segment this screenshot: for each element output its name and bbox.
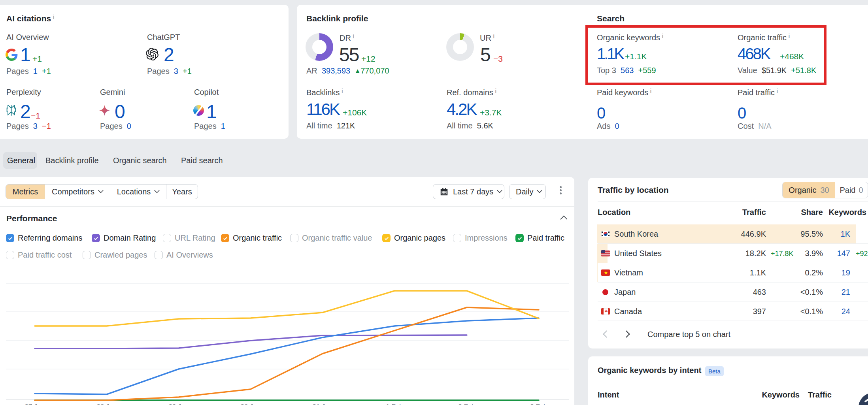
svg-text:31 Jan: 31 Jan <box>312 403 332 405</box>
svg-text:29 Jan: 29 Jan <box>168 403 189 405</box>
svg-text:2 Feb: 2 Feb <box>458 403 475 405</box>
svg-text:30 Jan: 30 Jan <box>240 403 260 405</box>
svg-text:1 Feb: 1 Feb <box>386 403 403 405</box>
svg-text:3 Feb: 3 Feb <box>530 403 547 405</box>
svg-text:28 Jan: 28 Jan <box>96 403 117 405</box>
svg-text:27 Jan: 27 Jan <box>25 403 45 405</box>
